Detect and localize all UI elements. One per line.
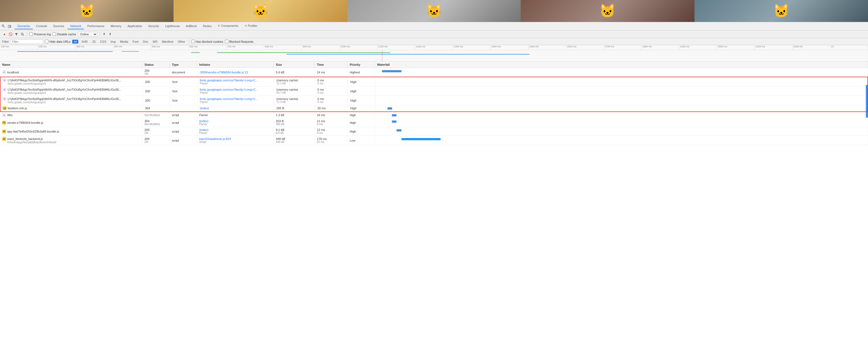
throttle-dropdown[interactable]: Online Fast 3G Slow 3G Offline [78, 32, 97, 37]
cat-image-2 [174, 0, 347, 22]
filter-ws[interactable]: WS [151, 40, 159, 44]
tick-1600: 1600 ms [566, 45, 604, 50]
header-status[interactable]: Status [142, 62, 170, 68]
header-time[interactable]: Time [315, 62, 347, 68]
export-har-button[interactable]: ⬇ [108, 32, 113, 36]
header-type[interactable]: Type [170, 62, 197, 68]
tab-application[interactable]: Application [125, 23, 145, 29]
row-size-font3: (memory cache) 71.4 kB [274, 96, 315, 105]
tab-security[interactable]: Security [145, 23, 162, 29]
svg-line-1 [4, 26, 5, 27]
network-timeline: 100 ms 200 ms 300 ms 400 ms 500 ms 600 m… [0, 45, 868, 62]
tab-sources[interactable]: Sources [50, 23, 67, 29]
filter-bar: Filter Hide data URLs All XHR JS CSS Img… [0, 38, 868, 45]
clear-button[interactable]: 🚫 [8, 32, 12, 36]
filter-divider [189, 39, 189, 44]
cat-banner [0, 0, 868, 22]
hide-data-urls-input[interactable] [45, 40, 49, 43]
header-name[interactable]: Name [0, 62, 142, 68]
tick-1000: 1000 ms [340, 45, 377, 50]
tick-1400: 1400 ms [491, 45, 528, 50]
initiator-link[interactable]: injectGlobalHook.js:833 [199, 137, 271, 141]
header-initiator[interactable]: Initiator [197, 62, 274, 68]
initiator-link[interactable]: :3000/vendor.e798b504.bundle.js:13 [199, 71, 271, 74]
waterfall-scrollbar[interactable] [866, 85, 868, 118]
blocked-requests-input[interactable] [225, 40, 228, 43]
tab-redux[interactable]: Redux [200, 23, 214, 29]
device-mode-icon[interactable] [7, 24, 12, 29]
tab-adblock[interactable]: AdBlock [183, 23, 199, 29]
table-row[interactable]: F LYjAdGP8kkgoTec8zkRgqHAtXN-dRp6ohF_hzz… [1, 87, 867, 96]
filter-all[interactable]: All [72, 40, 78, 44]
table-row[interactable]: JS react_devtools_backend.js fmkadmapgof… [0, 136, 868, 145]
row-initiator-localhost: :3000/vendor.e798b504.bundle.js:13 [197, 68, 274, 77]
row-name-font2: F LYjAdGP8kkgoTec8zkRgqHAtXN-dRp6ohF_hzz… [1, 87, 143, 95]
row-waterfall-vendor [375, 118, 868, 127]
devtools-tab-bar: Elements Console Sources Network Perform… [0, 22, 868, 30]
table-row[interactable]: d /libs Not Modified script Parser 1.3 k… [0, 112, 868, 118]
cat-image-5 [694, 0, 868, 22]
table-row[interactable]: JS vendor.e798b504.bundle.js 304 Not Mod… [0, 118, 868, 127]
tab-memory[interactable]: Memory [108, 23, 124, 29]
initiator-link[interactable]: fonts.googleapis.com/css?family=Long+C..… [200, 88, 272, 91]
header-waterfall[interactable]: Waterfall [375, 62, 868, 68]
row-time-fastdom: 20 ms [315, 105, 348, 111]
row-status-devtools: 200 OK [142, 136, 170, 145]
initiator-link[interactable]: fonts.googleapis.com/css?family=Long+C..… [200, 97, 272, 101]
header-size[interactable]: Size [274, 62, 315, 68]
filter-media[interactable]: Media [119, 40, 129, 44]
search-icon[interactable] [20, 32, 25, 36]
table-row[interactable]: JS fastdom.min.js 304 (index) 265 B 20 m… [1, 105, 867, 112]
filter-doc[interactable]: Doc [142, 40, 150, 44]
row-waterfall-font3 [375, 96, 867, 105]
preserve-log-checkbox[interactable]: Preserve log [29, 32, 51, 36]
initiator-link[interactable]: (index) [199, 128, 271, 132]
import-har-button[interactable]: ⬆ [102, 32, 106, 36]
header-priority[interactable]: Priority [347, 62, 375, 68]
has-blocked-cookies-checkbox[interactable]: Has blocked cookies [191, 40, 223, 43]
disable-cache-checkbox[interactable]: Disable cache [53, 32, 76, 36]
initiator-link[interactable]: fonts.googleapis.com/css?family=Long+C..… [200, 79, 272, 82]
table-row[interactable]: F LYjAdGP8kkgoTec8zkRgqHAtXN-dRp6ohF_hzz… [1, 96, 867, 105]
initiator-link[interactable]: (index) [200, 107, 272, 110]
initiator-link[interactable]: (index) [199, 119, 271, 123]
has-blocked-cookies-input[interactable] [191, 40, 195, 43]
filter-other[interactable]: Other [176, 40, 187, 44]
tick-600: 600 ms [189, 45, 226, 50]
table-row[interactable]: JS app.4ab7b45e553c629b3a89.bundle.js 20… [0, 127, 868, 136]
tick-1300: 1300 ms [453, 45, 491, 50]
filter-font[interactable]: Font [131, 40, 140, 44]
row-waterfall-app [375, 127, 868, 136]
tab-lighthouse[interactable]: Lighthouse [162, 23, 183, 29]
tab-performance[interactable]: Performance [85, 23, 107, 29]
table-row[interactable]: d localhost 200 OK document :3000/vendor… [0, 68, 868, 77]
blocked-requests-checkbox[interactable]: Blocked Requests [225, 40, 254, 43]
timeline-bar-4 [191, 52, 200, 53]
row-initiator-devtools: injectGlobalHook.js:833 Script [197, 136, 274, 145]
filter-icon[interactable] [14, 32, 19, 36]
record-button[interactable]: ● [2, 32, 6, 36]
row-status-libs: Not Modified [142, 112, 170, 118]
tab-profiler[interactable]: ⚛ Profiler [242, 23, 260, 29]
filter-xhr[interactable]: XHR [80, 40, 89, 44]
tick-2100: 2100 ms [755, 45, 793, 50]
tab-network[interactable]: Network [68, 23, 84, 29]
row-waterfall-font2 [375, 87, 867, 95]
row-priority-font1: High [348, 77, 375, 86]
filter-manifest[interactable]: Manifest [161, 40, 175, 44]
filter-img[interactable]: Img [109, 40, 117, 44]
filter-css[interactable]: CSS [98, 40, 107, 44]
filter-js[interactable]: JS [91, 40, 97, 44]
hide-data-urls-checkbox[interactable]: Hide data URLs [45, 40, 71, 43]
inspect-element-icon[interactable] [1, 24, 6, 29]
disable-cache-input[interactable] [53, 32, 56, 36]
preserve-log-input[interactable] [29, 32, 33, 36]
table-row[interactable]: F LYjAdGP8kkgoTec8zkRgqHAtXN-dRp6ohF_hzz… [1, 77, 867, 87]
row-size-libs: 1.3 kB [274, 112, 315, 118]
tab-components[interactable]: ⚛ Components [215, 23, 241, 29]
font-icon: F [3, 88, 6, 91]
filter-input[interactable] [10, 39, 43, 44]
tab-console[interactable]: Console [33, 23, 50, 29]
tab-elements[interactable]: Elements [15, 23, 33, 29]
doc-icon: d [2, 70, 6, 74]
